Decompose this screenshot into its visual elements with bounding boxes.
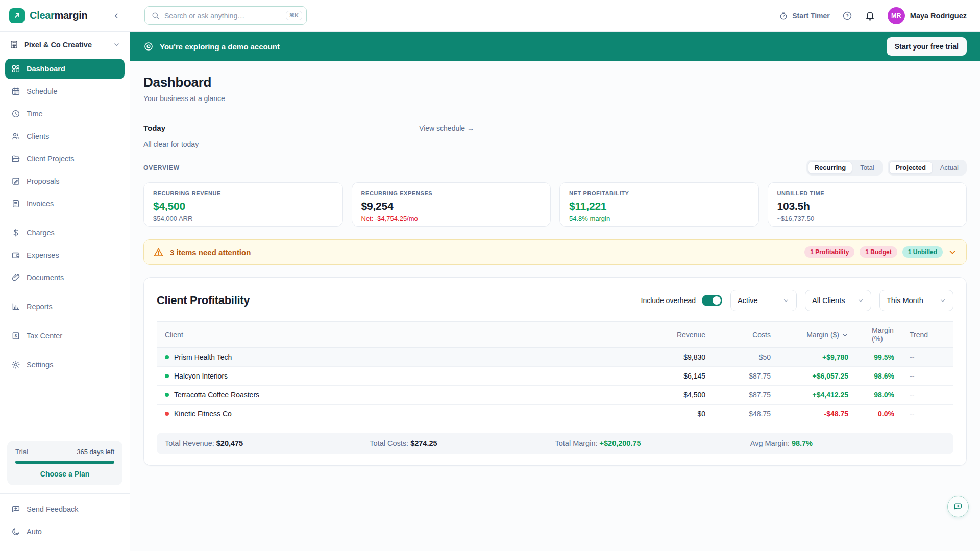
sidebar-item-invoices[interactable]: Invoices <box>5 193 125 214</box>
chevron-down-icon <box>857 297 864 304</box>
status-filter-select[interactable]: Active <box>730 290 797 311</box>
totals-bar: Total Revenue: $20,475 Total Costs: $274… <box>157 433 953 454</box>
sidebar-item-time[interactable]: Time <box>5 104 125 124</box>
page-title: Dashboard <box>143 74 967 90</box>
warning-icon <box>153 247 164 258</box>
divider <box>14 321 115 321</box>
sidebar: Clearmargin Pixel & Co Creative Dashboar… <box>0 0 130 551</box>
profitability-controls: Include overhead Active All Clients This… <box>641 290 953 311</box>
overview-toggles: Recurring Total Projected Actual <box>806 160 967 176</box>
client-profitability-card: Client Profitability Include overhead Ac… <box>143 277 967 466</box>
theme-auto-button[interactable]: Auto <box>5 521 125 542</box>
col-costs: Costs <box>710 328 776 342</box>
col-client: Client <box>160 328 644 342</box>
col-margin-sort[interactable]: Margin ($) <box>776 328 853 342</box>
status-dot <box>165 374 169 378</box>
stopwatch-icon <box>779 11 788 20</box>
avg-margin: Avg Margin: 98.7% <box>750 439 945 447</box>
sidebar-item-dashboard[interactable]: Dashboard <box>5 59 125 79</box>
attention-badges: 1 Profitability 1 Budget 1 Unbilled <box>804 246 957 258</box>
demo-banner-message: You're exploring a demo account <box>160 42 280 51</box>
today-title: Today <box>143 123 165 132</box>
sidebar-nav: Dashboard Schedule Time Clients Client P… <box>0 57 130 377</box>
app-logo[interactable]: Clearmargin <box>9 8 112 23</box>
user-name: Maya Rodriguez <box>910 12 967 20</box>
table-row[interactable]: Halcyon Interiors $6,145 $87.75 +$6,057.… <box>157 367 953 386</box>
app-root: Clearmargin Pixel & Co Creative Dashboar… <box>0 0 980 551</box>
badge-profitability[interactable]: 1 Profitability <box>804 246 854 258</box>
trial-days-left: 365 days left <box>77 448 114 456</box>
total-margin: Total Margin: +$20,200.75 <box>555 439 750 447</box>
message-plus-icon <box>953 502 963 512</box>
projected-actual-toggle: Projected Actual <box>888 160 967 176</box>
col-revenue: Revenue <box>644 328 710 342</box>
sidebar-item-settings[interactable]: Settings <box>5 355 125 375</box>
table-row[interactable]: Terracotta Coffee Roasters $4,500 $87.75… <box>157 386 953 405</box>
workspace-selector[interactable]: Pixel & Co Creative <box>0 32 130 57</box>
help-icon[interactable]: ? <box>842 11 852 21</box>
choose-plan-link[interactable]: Choose a Plan <box>15 470 114 478</box>
divider <box>14 218 115 218</box>
start-timer-button[interactable]: Start Timer <box>779 11 830 20</box>
sidebar-item-client-projects[interactable]: Client Projects <box>5 148 125 169</box>
avatar: MR <box>888 7 905 24</box>
overview-section: OVERVIEW Recurring Total Projected Actua… <box>130 151 980 227</box>
view-schedule-link[interactable]: View schedule → <box>419 124 474 132</box>
total-revenue: Total Revenue: $20,475 <box>165 439 370 447</box>
start-free-trial-button[interactable]: Start your free trial <box>887 37 967 56</box>
trial-card: Trial 365 days left Choose a Plan <box>7 441 122 485</box>
attention-banner[interactable]: 3 items need attention 1 Profitability 1… <box>143 239 967 265</box>
sidebar-footer: Send Feedback Auto <box>0 493 130 546</box>
toggle-option-recurring[interactable]: Recurring <box>808 161 852 174</box>
page-header: Dashboard Your business at a glance <box>130 61 980 112</box>
workspace-name: Pixel & Co Creative <box>24 41 92 49</box>
user-menu[interactable]: MR Maya Rodriguez <box>888 7 967 24</box>
client-filter-select[interactable]: All Clients <box>805 290 871 311</box>
sidebar-item-expenses[interactable]: Expenses <box>5 245 125 265</box>
sidebar-item-proposals[interactable]: Proposals <box>5 171 125 191</box>
building-icon <box>9 40 19 49</box>
toggle-option-actual[interactable]: Actual <box>934 161 965 174</box>
period-filter-select[interactable]: This Month <box>879 290 953 311</box>
global-search[interactable]: ⌘K <box>144 6 307 25</box>
toggle-option-projected[interactable]: Projected <box>889 161 933 174</box>
badge-budget[interactable]: 1 Budget <box>860 246 897 258</box>
overview-label: OVERVIEW <box>143 164 180 171</box>
profitability-table: Client Revenue Costs Margin ($) Margin (… <box>157 321 953 423</box>
main-area: ⌘K Start Timer ? MR Maya Rodriguez <box>130 0 980 551</box>
sidebar-item-reports[interactable]: Reports <box>5 296 125 317</box>
stat-card-recurring-revenue: RECURRING REVENUE $4,500 $54,000 ARR <box>143 182 343 227</box>
moon-icon <box>11 527 20 536</box>
notifications-bell-icon[interactable] <box>865 10 875 21</box>
attention-expand-chevron-icon[interactable] <box>948 247 957 257</box>
chevron-down-icon <box>113 41 120 48</box>
stat-card-recurring-expenses: RECURRING EXPENSES $9,254 Net: -$4,754.2… <box>352 182 551 227</box>
today-empty-state: All clear for today <box>143 140 474 148</box>
page-subtitle: Your business at a glance <box>143 94 967 103</box>
include-overhead-toggle[interactable] <box>702 295 722 306</box>
svg-text:$: $ <box>15 334 17 338</box>
sidebar-item-charges[interactable]: Charges <box>5 222 125 243</box>
status-dot <box>165 412 169 416</box>
sidebar-item-clients[interactable]: Clients <box>5 126 125 146</box>
sidebar-item-documents[interactable]: Documents <box>5 267 125 288</box>
search-input[interactable] <box>164 12 281 20</box>
search-shortcut-badge: ⌘K <box>286 11 302 20</box>
stat-card-unbilled-time: UNBILLED TIME 103.5h ~$16,737.50 <box>768 182 967 227</box>
table-row[interactable]: Kinetic Fitness Co $0 $48.75 -$48.75 0.0… <box>157 405 953 423</box>
divider <box>14 292 115 292</box>
sidebar-collapse-icon[interactable] <box>112 12 120 20</box>
search-icon <box>151 11 160 20</box>
chevron-down-icon <box>782 297 790 304</box>
toggle-option-total[interactable]: Total <box>853 161 880 174</box>
table-row[interactable]: Prism Health Tech $9,830 $50 +$9,780 99.… <box>157 348 953 367</box>
feedback-icon <box>11 505 20 514</box>
svg-text:?: ? <box>846 13 849 18</box>
page-content: Dashboard Your business at a glance Toda… <box>130 61 980 551</box>
sidebar-item-schedule[interactable]: Schedule <box>5 81 125 102</box>
sidebar-item-tax-center[interactable]: $ Tax Center <box>5 325 125 346</box>
badge-unbilled[interactable]: 1 Unbilled <box>902 246 943 258</box>
feedback-fab-button[interactable] <box>947 496 969 517</box>
today-section: Today View schedule → All clear for toda… <box>130 112 487 151</box>
send-feedback-button[interactable]: Send Feedback <box>5 499 125 519</box>
